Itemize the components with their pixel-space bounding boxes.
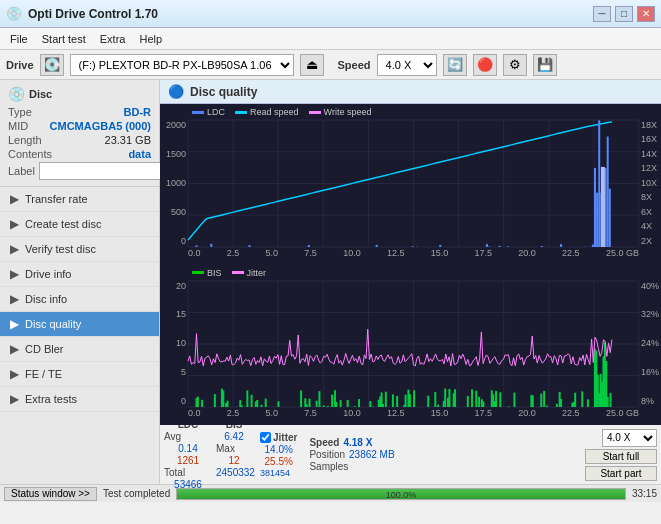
bis-avg: 0.14: [164, 443, 212, 454]
drive-icon-btn[interactable]: 💽: [40, 54, 64, 76]
disc-length-value: 23.31 GB: [105, 134, 151, 146]
sidebar-item-label-0: Transfer rate: [25, 193, 88, 205]
cd-bler-icon: ▶: [10, 342, 19, 356]
menu-file[interactable]: File: [4, 32, 34, 46]
disc-label-label: Label: [8, 165, 35, 177]
dq-title: Disc quality: [190, 85, 257, 99]
sidebar-item-label-4: Disc info: [25, 293, 67, 305]
ldc-avg: 6.42: [216, 431, 252, 442]
sidebar-item-label-5: Disc quality: [25, 318, 81, 330]
sidebar-item-cd-bler[interactable]: ▶ CD Bler: [0, 337, 159, 362]
speed-select-control[interactable]: 4.0 X: [602, 429, 657, 447]
burn-icon-btn[interactable]: 🔴: [473, 54, 497, 76]
status-window-button[interactable]: Status window >>: [4, 487, 97, 501]
disc-info-icon: ▶: [10, 292, 19, 306]
jitter-header: Jitter: [273, 432, 297, 443]
drive-label: Drive: [6, 59, 34, 71]
disc-icon: 💿: [8, 86, 25, 102]
drive-select[interactable]: (F:) PLEXTOR BD-R PX-LB950SA 1.06: [70, 54, 294, 76]
menu-bar: File Start test Extra Help: [0, 28, 661, 50]
sidebar-item-label-7: FE / TE: [25, 368, 62, 380]
disc-length-label: Length: [8, 134, 42, 146]
main-layout: 💿 Disc Type BD-R MID CMCMAGBA5 (000) Len…: [0, 80, 661, 484]
top-chart-y-right: 18X16X14X12X10X8X6X4X2X: [639, 120, 661, 246]
sidebar: 💿 Disc Type BD-R MID CMCMAGBA5 (000) Len…: [0, 80, 160, 484]
jitter-max: 25.5%: [260, 456, 297, 467]
disc-panel: 💿 Disc Type BD-R MID CMCMAGBA5 (000) Len…: [0, 80, 159, 187]
legend-jitter: Jitter: [232, 268, 267, 278]
data-row: LDC BIS Avg 6.42 0.14 Max 1261 12 Total …: [160, 424, 661, 484]
total-label: Total: [164, 467, 212, 478]
drive-info-icon: ▶: [10, 267, 19, 281]
status-bar: Status window >> Test completed 100.0% 3…: [0, 484, 661, 502]
top-chart-canvas: [160, 104, 661, 265]
eject-button[interactable]: ⏏: [300, 54, 324, 76]
refresh-button[interactable]: 🔄: [443, 54, 467, 76]
sidebar-item-verify-test-disc[interactable]: ▶ Verify test disc: [0, 237, 159, 262]
menu-start-test[interactable]: Start test: [36, 32, 92, 46]
start-part-button[interactable]: Start part: [585, 466, 657, 481]
top-chart-y-left: 2000150010005000: [160, 120, 188, 246]
disc-label-input[interactable]: [39, 162, 174, 180]
sidebar-item-label-2: Verify test disc: [25, 243, 96, 255]
settings-icon-btn[interactable]: ⚙: [503, 54, 527, 76]
menu-help[interactable]: Help: [133, 32, 168, 46]
progress-bar-container: 100.0%: [176, 488, 626, 500]
sidebar-item-drive-info[interactable]: ▶ Drive info: [0, 262, 159, 287]
disc-mid-label: MID: [8, 120, 28, 132]
sidebar-item-label-1: Create test disc: [25, 218, 101, 230]
sidebar-item-extra-tests[interactable]: ▶ Extra tests: [0, 387, 159, 412]
speed-value: 4.18 X: [343, 437, 372, 448]
jitter-avg: 14.0%: [260, 444, 297, 455]
ldc-total: 2450332: [216, 467, 252, 478]
sidebar-item-create-test-disc[interactable]: ▶ Create test disc: [0, 212, 159, 237]
disc-type-label: Type: [8, 106, 32, 118]
start-full-button[interactable]: Start full: [585, 449, 657, 464]
bottom-chart: BIS Jitter 20151050 40%32%24%16%8%: [160, 265, 661, 425]
drive-bar: Drive 💽 (F:) PLEXTOR BD-R PX-LB950SA 1.0…: [0, 50, 661, 80]
disc-contents-value: data: [128, 148, 151, 160]
verify-test-disc-icon: ▶: [10, 242, 19, 256]
ldc-max: 1261: [164, 455, 212, 466]
progress-text: 100.0%: [386, 489, 417, 501]
position-label: Position: [309, 449, 345, 460]
speed-header: Speed: [309, 437, 339, 448]
disc-contents-label: Contents: [8, 148, 52, 160]
menu-extra[interactable]: Extra: [94, 32, 132, 46]
minimize-button[interactable]: ─: [593, 6, 611, 22]
title-bar: 💿 Opti Drive Control 1.70 ─ □ ✕: [0, 0, 661, 28]
top-chart-x-axis: 0.02.55.07.510.012.515.017.520.022.525.0…: [188, 246, 639, 264]
sidebar-item-disc-quality[interactable]: ▶ Disc quality: [0, 312, 159, 337]
legend-ldc: LDC: [192, 107, 225, 117]
samples-value: 381454: [260, 468, 297, 478]
jitter-checkbox[interactable]: [260, 432, 271, 443]
maximize-button[interactable]: □: [615, 6, 633, 22]
dq-icon: 🔵: [168, 84, 184, 99]
bis-max: 12: [216, 455, 252, 466]
legend-bis: BIS: [192, 268, 222, 278]
dq-header: 🔵 Disc quality: [160, 80, 661, 104]
sidebar-nav: ▶ Transfer rate ▶ Create test disc ▶ Ver…: [0, 187, 159, 484]
save-icon-btn[interactable]: 💾: [533, 54, 557, 76]
sidebar-item-fe-te[interactable]: ▶ FE / TE: [0, 362, 159, 387]
transfer-rate-icon: ▶: [10, 192, 19, 206]
samples-label: Samples: [309, 461, 348, 472]
bottom-chart-x-axis: 0.02.55.07.510.012.515.017.520.022.525.0…: [188, 406, 639, 424]
disc-type-value: BD-R: [124, 106, 152, 118]
charts-container: LDC Read speed Write speed 2000150010005…: [160, 104, 661, 424]
status-time: 33:15: [632, 488, 657, 499]
disc-panel-title: Disc: [29, 88, 52, 100]
bottom-chart-y-right: 40%32%24%16%8%: [639, 281, 661, 407]
content-area: 🔵 Disc quality LDC Read speed: [160, 80, 661, 484]
sidebar-item-disc-info[interactable]: ▶ Disc info: [0, 287, 159, 312]
jitter-checkbox-row: Jitter: [260, 432, 297, 443]
disc-mid-value: CMCMAGBA5 (000): [50, 120, 151, 132]
bottom-chart-canvas: [160, 265, 661, 425]
avg-label: Avg: [164, 431, 212, 442]
close-button[interactable]: ✕: [637, 6, 655, 22]
speed-select[interactable]: 4.0 X: [377, 54, 437, 76]
app-title: Opti Drive Control 1.70: [28, 7, 158, 21]
sidebar-item-label-3: Drive info: [25, 268, 71, 280]
sidebar-item-label-8: Extra tests: [25, 393, 77, 405]
sidebar-item-transfer-rate[interactable]: ▶ Transfer rate: [0, 187, 159, 212]
